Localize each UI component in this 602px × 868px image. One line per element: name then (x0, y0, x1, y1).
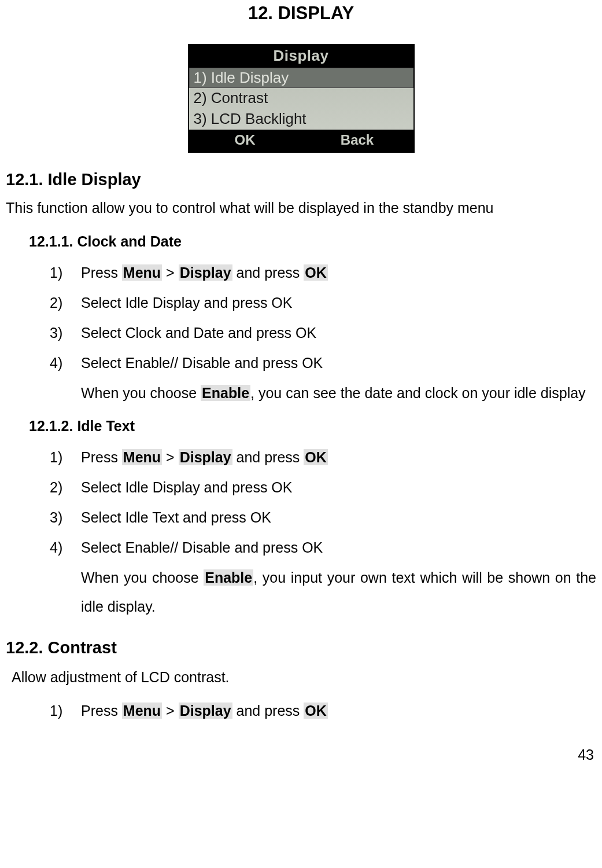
step-number: 4) (50, 348, 81, 377)
keyword-menu: Menu (122, 703, 162, 719)
lcd-item-contrast: 2) Contrast (189, 88, 413, 109)
step-note-text: When you choose (81, 569, 204, 586)
step-text: Press (81, 703, 122, 719)
list-item: 1) Press Menu > Display and press OK (50, 696, 596, 725)
lcd-title-bar: Display (189, 45, 413, 68)
step-text: Select Enable// Disable and press OK (81, 533, 596, 562)
list-item: 3) Select Clock and Date and press OK (50, 318, 596, 347)
list-item: 1) Press Menu > Display and press OK (50, 443, 596, 472)
list-item: 1) Press Menu > Display and press OK (50, 258, 596, 287)
lcd-softkey-back: Back (301, 130, 413, 152)
step-text: Press (81, 264, 122, 281)
step-text: Select Clock and Date and press OK (81, 318, 596, 347)
lcd-screenshot: Display 1) Idle Display 2) Contrast 3) L… (6, 44, 596, 153)
step-text: Select Idle Display and press OK (81, 288, 596, 317)
heading-12-1-1: 12.1.1. Clock and Date (29, 233, 596, 250)
desc-12-1: This function allow you to control what … (6, 196, 596, 219)
list-item: 3) Select Idle Text and press OK (50, 503, 596, 532)
step-number: 2) (50, 288, 81, 317)
step-note-text: When you choose (81, 385, 201, 401)
step-number: 1) (50, 696, 81, 725)
keyword-ok: OK (304, 264, 328, 281)
steps-12-1-1: 1) Press Menu > Display and press OK 2) … (50, 258, 596, 407)
step-text: and press (232, 264, 304, 281)
list-item: 4) Select Enable// Disable and press OK (50, 533, 596, 562)
list-item: 4) Select Enable// Disable and press OK (50, 348, 596, 377)
keyword-menu: Menu (122, 449, 162, 465)
keyword-display: Display (179, 703, 232, 719)
page-number: 43 (578, 746, 594, 763)
step-number: 4) (50, 533, 81, 562)
heading-12-1-2: 12.1.2. Idle Text (29, 418, 596, 435)
step-text: Select Idle Text and press OK (81, 503, 596, 532)
step-number: 3) (50, 503, 81, 532)
keyword-ok: OK (304, 449, 328, 465)
step-text: and press (232, 703, 304, 719)
lcd-softkey-ok: OK (189, 130, 301, 152)
step-number: 1) (50, 258, 81, 287)
keyword-enable: Enable (204, 569, 253, 586)
list-item: When you choose Enable, you can see the … (50, 378, 596, 407)
keyword-ok: OK (304, 703, 328, 719)
step-text: and press (232, 449, 304, 465)
heading-12-2: 12.2. Contrast (6, 638, 596, 657)
step-text: Select Idle Display and press OK (81, 473, 596, 502)
steps-12-2: 1) Press Menu > Display and press OK (50, 696, 596, 725)
list-item: 2) Select Idle Display and press OK (50, 473, 596, 502)
step-number: 2) (50, 473, 81, 502)
step-text: > (162, 703, 179, 719)
keyword-menu: Menu (122, 264, 162, 281)
keyword-display: Display (179, 449, 232, 465)
keyword-display: Display (179, 264, 232, 281)
list-item: 2) Select Idle Display and press OK (50, 288, 596, 317)
heading-12-1: 12.1. Idle Display (6, 170, 596, 189)
step-number: 3) (50, 318, 81, 347)
main-title: 12. DISPLAY (6, 3, 596, 24)
desc-12-2: Allow adjustment of LCD contrast. (12, 664, 596, 690)
step-number: 1) (50, 443, 81, 472)
step-text: Press (81, 449, 122, 465)
steps-12-1-2: 1) Press Menu > Display and press OK 2) … (50, 443, 596, 621)
step-note-text: , you can see the date and clock on your… (250, 385, 586, 401)
lcd-item-idle-display: 1) Idle Display (189, 68, 413, 88)
step-text: > (162, 449, 179, 465)
keyword-enable: Enable (201, 385, 250, 401)
list-item: When you choose Enable, you input your o… (50, 563, 596, 621)
step-text: Select Enable// Disable and press OK (81, 348, 596, 377)
step-text: > (162, 264, 179, 281)
lcd-item-lcd-backlight: 3) LCD Backlight (189, 109, 413, 130)
